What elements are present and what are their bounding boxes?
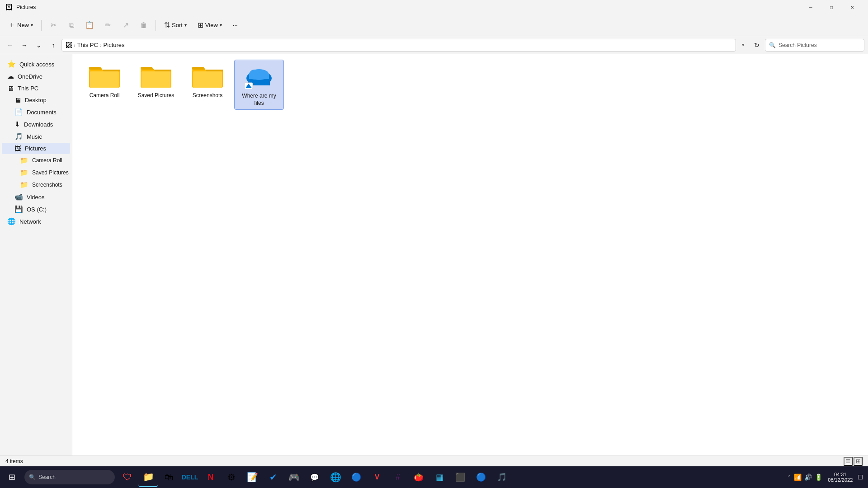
taskbar-right: ⌃ 📶 🔊 🔋 04:31 08/12/2022 □ [787, 472, 866, 483]
view-button[interactable]: ⊞ View ▾ [193, 18, 226, 32]
cut-button[interactable]: ✂ [45, 17, 61, 33]
app1-icon: ⬛ [455, 472, 465, 482]
sidebar-item-quick-access[interactable]: ⭐ Quick access [2, 58, 70, 70]
taskbar-settings[interactable]: ⚙ [222, 467, 241, 487]
sidebar-item-os-c[interactable]: 💾 OS (C:) [2, 203, 70, 215]
taskbar-slack[interactable]: # [388, 467, 408, 487]
store-icon: 🛍 [165, 472, 174, 483]
toolbar-separator-1 [41, 20, 42, 31]
minimize-button[interactable]: ─ [800, 0, 821, 14]
sidebar-item-downloads[interactable]: ⬇ Downloads [2, 118, 70, 130]
file-item-where-are-my-files[interactable]: Where are my files [234, 60, 284, 110]
more-button[interactable]: ··· [228, 19, 242, 31]
grid-view-button[interactable]: ⊞ [854, 457, 863, 466]
notification-icon[interactable]: □ [858, 473, 863, 481]
taskbar-music[interactable]: 🎵 [492, 467, 512, 487]
sort-button[interactable]: ⇅ Sort ▾ [160, 18, 191, 32]
content-area: Camera Roll Saved Pictures [72, 54, 868, 455]
taskbar-dell[interactable]: DELL [180, 467, 200, 487]
sort-chevron-icon: ▾ [184, 23, 187, 28]
xbox-icon: 🎮 [288, 472, 300, 483]
taskbar-netflix[interactable]: N [201, 467, 221, 487]
taskbar-streamdeck[interactable]: ▦ [429, 467, 449, 487]
sidebar-item-network[interactable]: 🌐 Network [2, 216, 70, 227]
discord-icon: 💬 [310, 473, 319, 482]
sidebar-screenshots-label: Screenshots [32, 182, 62, 188]
netflix-icon: N [208, 473, 214, 482]
up-button[interactable]: ↑ [47, 39, 60, 52]
copy-button[interactable]: ⧉ [63, 17, 80, 33]
os-c-icon: 💾 [14, 205, 23, 213]
show-hidden-icon[interactable]: ⌃ [787, 474, 791, 480]
taskbar-explorer[interactable]: 📁 [138, 467, 158, 487]
taskbar-search-icon: 🔍 [29, 474, 36, 480]
taskbar-store[interactable]: 🛍 [159, 467, 179, 487]
file-item-saved-pictures[interactable]: Saved Pictures [131, 60, 181, 110]
address-path[interactable]: 🖼 › This PC › Pictures [61, 39, 736, 52]
svg-rect-1 [90, 71, 119, 88]
sidebar-quick-access-label: Quick access [19, 61, 54, 68]
rename-button[interactable]: ✏ [99, 17, 116, 33]
sidebar-item-onedrive[interactable]: ☁ OneDrive [2, 70, 70, 82]
sidebar-item-pictures[interactable]: 🖼 Pictures [2, 143, 70, 154]
volume-icon[interactable]: 🔊 [804, 474, 812, 481]
sort-icon: ⇅ [164, 21, 170, 29]
sticky-notes-icon: 📝 [247, 472, 258, 483]
taskbar-app1[interactable]: ⬛ [450, 467, 470, 487]
taskbar-edge[interactable]: 🌐 [326, 467, 345, 487]
sidebar-item-camera-roll[interactable]: 📁 Camera Roll [2, 155, 70, 166]
sidebar-onedrive-label: OneDrive [18, 73, 42, 80]
taskbar-xbox[interactable]: 🎮 [284, 467, 304, 487]
search-placeholder: Search Pictures [778, 42, 817, 48]
folder-icon-wrap [88, 63, 121, 90]
svg-rect-3 [142, 71, 170, 88]
path-this-pc[interactable]: This PC [77, 42, 98, 48]
taskbar-search[interactable]: 🔍 Search [24, 470, 115, 484]
file-item-camera-roll[interactable]: Camera Roll [80, 60, 129, 110]
path-pictures[interactable]: Pictures [104, 42, 125, 48]
onedrive-shortcut-wrap [243, 64, 275, 91]
network-tray-icon[interactable]: 📶 [794, 474, 802, 481]
paste-button[interactable]: 📋 [81, 17, 98, 33]
sidebar-item-music[interactable]: 🎵 Music [2, 131, 70, 142]
taskbar-discord[interactable]: 💬 [305, 467, 325, 487]
maximize-button[interactable]: □ [821, 0, 842, 14]
file-item-screenshots[interactable]: Screenshots [183, 60, 232, 110]
taskbar-sticky-notes[interactable]: 📝 [242, 467, 262, 487]
item-count: 4 items [5, 458, 23, 465]
forward-button[interactable]: → [18, 39, 31, 52]
screenshots-folder-icon: 📁 [20, 181, 28, 189]
taskbar-vivaldi[interactable]: V [367, 467, 387, 487]
sidebar-item-screenshots[interactable]: 📁 Screenshots [2, 179, 70, 191]
taskbar-tomato[interactable]: 🍅 [409, 467, 429, 487]
taskbar-app2[interactable]: 🔵 [471, 467, 491, 487]
sidebar-pictures-label: Pictures [25, 145, 46, 152]
taskbar-chrome[interactable]: 🔵 [346, 467, 366, 487]
sidebar-music-label: Music [27, 133, 42, 140]
taskbar-todo[interactable]: ✔ [263, 467, 283, 487]
close-button[interactable]: ✕ [842, 0, 863, 14]
start-button[interactable]: ⊞ [2, 467, 22, 487]
sidebar-item-documents[interactable]: 📄 Documents [2, 106, 70, 118]
search-box[interactable]: 🔍 Search Pictures [765, 39, 864, 52]
sidebar-item-this-pc[interactable]: 🖥 This PC [2, 83, 70, 94]
new-button[interactable]: ＋ New ▾ [4, 18, 38, 33]
refresh-button[interactable]: ↻ [750, 39, 763, 52]
taskbar-clock[interactable]: 04:31 08/12/2022 [824, 472, 856, 483]
address-dropdown-button[interactable]: ▾ [738, 39, 749, 52]
recent-locations-button[interactable]: ⌄ [33, 39, 45, 52]
share-button[interactable]: ↗ [118, 17, 134, 33]
back-button[interactable]: ← [4, 39, 16, 52]
list-view-button[interactable]: ☰ [844, 457, 853, 466]
camera-roll-folder-icon: 📁 [20, 156, 28, 164]
sidebar-item-saved-pictures[interactable]: 📁 Saved Pictures [2, 167, 70, 178]
new-label: New [17, 22, 29, 28]
sidebar-item-desktop[interactable]: 🖥 Desktop [2, 94, 70, 106]
battery-icon[interactable]: 🔋 [815, 474, 822, 481]
title-bar: 🖼 Pictures ─ □ ✕ [0, 0, 868, 14]
sidebar-camera-roll-label: Camera Roll [32, 157, 62, 164]
sidebar-item-videos[interactable]: 📹 Videos [2, 191, 70, 203]
taskbar-defender[interactable]: 🛡 [118, 467, 137, 487]
delete-button[interactable]: 🗑 [136, 17, 152, 33]
edge-icon: 🌐 [330, 472, 341, 483]
